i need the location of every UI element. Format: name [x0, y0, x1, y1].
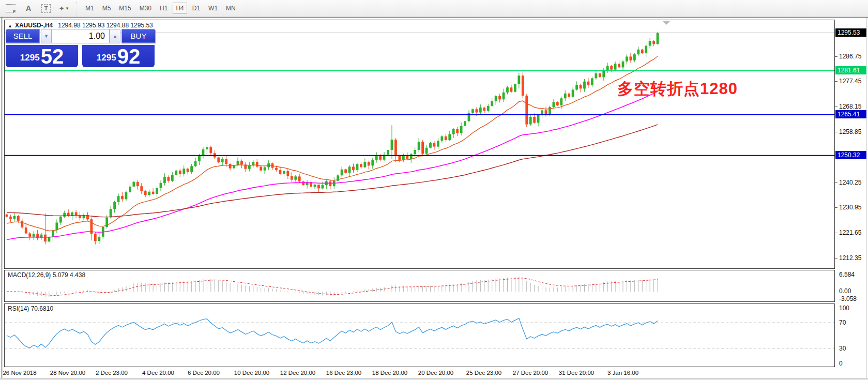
candle-body: [471, 109, 474, 113]
time-axis-label: 3 Jan 16:00: [607, 370, 638, 376]
candle-body: [132, 182, 135, 187]
rsi-indicator-panel[interactable]: RSI(14) 70.6810: [4, 303, 835, 367]
candle-body: [179, 171, 181, 174]
timeframe-button-m30[interactable]: M30: [136, 3, 155, 14]
candle-body: [545, 110, 547, 114]
candle-body: [399, 156, 401, 160]
candle-body: [456, 129, 459, 133]
candle-body: [533, 117, 536, 123]
buy-button[interactable]: BUY: [121, 29, 156, 43]
candle-body: [560, 98, 562, 105]
timeframe-button-m5[interactable]: M5: [99, 3, 114, 14]
candle-body: [187, 169, 189, 172]
text-box-tool-button[interactable]: T: [39, 2, 53, 14]
timeframe-button-w1[interactable]: W1: [205, 3, 221, 14]
candle-body: [294, 176, 297, 179]
volume-decrease-button[interactable]: ▼: [41, 29, 52, 43]
candle-body: [44, 235, 47, 242]
volume-input[interactable]: [52, 29, 110, 43]
price-tick-mark: [835, 81, 837, 82]
candle-body: [217, 158, 220, 162]
candle-body: [356, 164, 359, 170]
price-tick-label: 1268.15: [839, 103, 861, 110]
terminal-screen: A T ✦ ▾ M1M5M15M30H1H4D1W1MN ▲XAUUSD-,H4…: [0, 0, 868, 380]
symbol-title: XAUUSD-,H4: [15, 22, 53, 29]
volume-increase-button[interactable]: ▲: [110, 29, 120, 43]
candle-body: [483, 108, 485, 111]
candle-body: [437, 141, 439, 147]
bid-price-button[interactable]: 129552: [6, 45, 78, 67]
grid-icon: [6, 4, 16, 12]
candle-body: [341, 170, 343, 176]
sell-button[interactable]: SELL: [6, 29, 40, 43]
candle-body: [237, 161, 239, 165]
time-axis-label: 20 Dec 20:00: [418, 370, 453, 376]
time-axis[interactable]: 26 Nov 201828 Nov 20:002 Dec 23:004 Dec …: [0, 368, 868, 378]
candle-body: [21, 221, 23, 227]
candle-body: [13, 216, 16, 219]
candle-body: [152, 192, 155, 194]
chart-header: ▲XAUUSD-,H41294.98 1295.93 1294.88 1295.…: [8, 22, 153, 29]
candle-body: [6, 215, 8, 217]
candle-body: [248, 165, 251, 169]
candle-body: [98, 237, 100, 241]
candle-body: [460, 126, 463, 133]
ask-big-digits: 92: [117, 47, 141, 66]
cursor-grid-tool-button[interactable]: [4, 2, 18, 14]
arrows-tool-button[interactable]: ✦ ▾: [57, 2, 70, 14]
rsi-scale-label: 70: [839, 319, 846, 326]
candle-body: [59, 217, 62, 223]
timeframe-button-h4[interactable]: H4: [173, 3, 187, 14]
time-axis-label: 6 Dec 20:00: [188, 370, 220, 376]
candle-body: [9, 217, 12, 219]
candle-body: [649, 41, 651, 45]
time-axis-label: 10 Dec 20:00: [234, 370, 269, 376]
candle-body: [375, 156, 378, 160]
collapse-panel-icon[interactable]: ▲: [8, 23, 12, 28]
price-scale[interactable]: 1286.751277.451268.151258.851240.251230.…: [835, 18, 868, 380]
candle-body: [429, 143, 432, 147]
candle-body: [630, 56, 632, 60]
candle-body: [298, 176, 301, 181]
rsi-scale-label: 30: [839, 345, 846, 352]
candle-body: [506, 87, 509, 92]
timeframe-button-m15[interactable]: M15: [116, 3, 134, 14]
time-axis-label: 2 Dec 23:00: [96, 370, 128, 376]
time-axis-label: 18 Dec 20:00: [372, 370, 407, 376]
ask-price-button[interactable]: 129592: [82, 45, 155, 67]
timeframe-button-m1[interactable]: M1: [82, 3, 97, 14]
trend-annotation-text: 多空转折点1280: [617, 78, 738, 100]
candle-body: [406, 156, 408, 159]
timeframe-button-h1[interactable]: H1: [157, 3, 171, 14]
candle-body: [517, 75, 520, 84]
candle-body: [117, 196, 120, 202]
candle-body: [556, 102, 559, 105]
line-price-badge: 1281.61: [835, 66, 866, 74]
candle-body: [445, 136, 447, 140]
candle-body: [209, 147, 212, 154]
price-tick-label: 1277.45: [839, 78, 861, 85]
timeframe-button-d1[interactable]: D1: [189, 3, 203, 14]
candle-body: [379, 156, 382, 159]
timeframe-button-mn[interactable]: MN: [223, 3, 239, 14]
candle-body: [421, 142, 424, 154]
toolbar-separator: [77, 2, 77, 14]
time-axis-label: 16 Dec 23:00: [326, 370, 361, 376]
price-tick-mark: [835, 107, 837, 107]
text-label-tool-button[interactable]: A: [22, 2, 35, 14]
macd-indicator-panel[interactable]: MACD(12,26,9) 5.079 4.438: [4, 270, 835, 302]
price-tick-mark: [835, 183, 837, 183]
candle-body: [17, 216, 20, 221]
candle-body: [121, 196, 124, 199]
candle-body: [479, 108, 482, 112]
ohlc-values: 1294.98 1295.93 1294.88 1295.53: [58, 22, 153, 29]
candle-body: [602, 70, 605, 78]
candle-body: [125, 192, 128, 200]
price-chart-panel[interactable]: ▲XAUUSD-,H41294.98 1295.93 1294.88 1295.…: [4, 20, 835, 269]
time-axis-label: 26 Nov 2018: [3, 370, 36, 376]
candle-body: [175, 171, 177, 175]
candle-body: [110, 209, 112, 217]
chart-shift-marker-icon[interactable]: [662, 21, 671, 25]
candle-body: [163, 177, 166, 183]
candle-body: [317, 185, 320, 188]
